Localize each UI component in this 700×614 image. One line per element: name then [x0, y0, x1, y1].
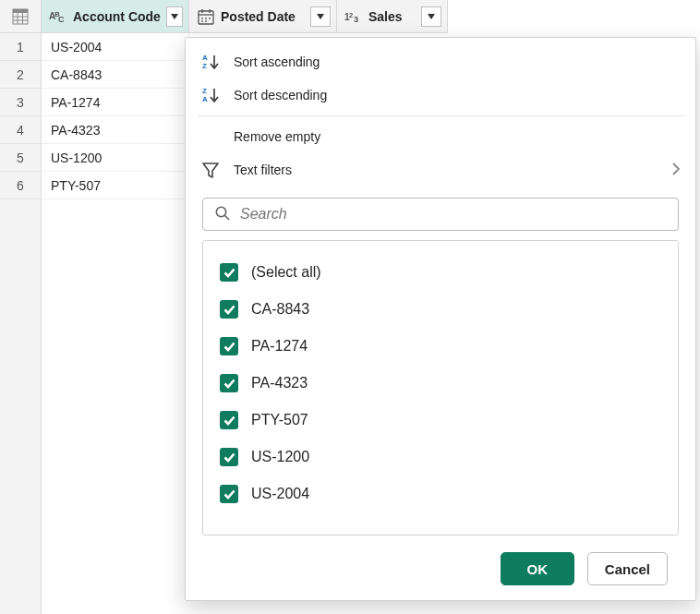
filter-value-row[interactable]: US-2004	[220, 476, 661, 512]
column-header-posted-date[interactable]: Posted Date	[189, 0, 337, 33]
svg-marker-30	[203, 163, 218, 177]
filter-value-label: CA-8843	[251, 301, 309, 318]
filter-value-row[interactable]: CA-8843	[220, 291, 661, 328]
cell-account-code[interactable]: US-1200	[42, 144, 189, 172]
checkbox[interactable]	[220, 448, 238, 466]
chevron-right-icon	[671, 162, 681, 179]
grid-header: ABC Account Code Posted Date 123 Sales	[0, 0, 700, 33]
cell-account-code[interactable]: US-2004	[42, 33, 189, 61]
filter-popover: AZ Sort ascending ZA Sort descending Rem…	[185, 37, 696, 601]
svg-text:A: A	[202, 95, 208, 103]
text-type-icon: ABC	[49, 7, 67, 26]
sort-asc-icon: AZ	[200, 53, 221, 71]
svg-point-31	[216, 207, 225, 216]
svg-text:2: 2	[349, 10, 353, 18]
sort-ascending-item[interactable]: AZ Sort ascending	[186, 45, 695, 78]
svg-point-14	[201, 18, 203, 19]
svg-text:A: A	[202, 54, 208, 62]
filter-icon	[200, 161, 221, 179]
sort-descending-item[interactable]: ZA Sort descending	[186, 78, 695, 112]
row-number[interactable]: 1	[0, 33, 42, 61]
filter-dropdown-button[interactable]	[166, 6, 183, 27]
menu-label: Remove empty	[234, 129, 320, 144]
row-number[interactable]: 2	[0, 61, 42, 89]
number-type-icon: 123	[344, 7, 363, 26]
cell-account-code[interactable]: PTY-507	[42, 172, 189, 199]
checkbox[interactable]	[220, 485, 238, 503]
text-filters-item[interactable]: Text filters	[186, 153, 695, 187]
row-number[interactable]: 3	[0, 89, 42, 116]
svg-text:Z: Z	[202, 62, 207, 70]
svg-text:C: C	[58, 15, 65, 24]
checkbox[interactable]	[220, 300, 238, 319]
ok-button[interactable]: OK	[501, 552, 574, 585]
date-type-icon	[197, 7, 215, 26]
select-all-cell[interactable]	[0, 0, 42, 33]
row-number[interactable]: 4	[0, 116, 42, 144]
cancel-button[interactable]: Cancel	[587, 552, 668, 585]
menu-label: Sort descending	[234, 88, 327, 102]
column-header-sales[interactable]: 123 Sales	[337, 0, 448, 33]
menu-label: Sort ascending	[234, 54, 320, 69]
filter-value-row[interactable]: PA-4323	[220, 365, 661, 402]
filter-search-box[interactable]	[202, 198, 679, 231]
column-label: Posted Date	[221, 9, 296, 24]
filter-value-row[interactable]: (Select all)	[220, 254, 661, 291]
filter-value-row[interactable]: PTY-507	[220, 402, 661, 439]
filter-dropdown-button[interactable]	[421, 6, 441, 27]
svg-text:3: 3	[354, 14, 358, 23]
svg-point-18	[205, 20, 207, 22]
sort-desc-icon: ZA	[200, 86, 221, 104]
cell-account-code[interactable]: PA-4323	[42, 116, 189, 144]
filter-value-row[interactable]: PA-1274	[220, 328, 661, 365]
svg-rect-1	[13, 9, 28, 13]
column-label: Account Code	[73, 9, 161, 24]
checkbox[interactable]	[220, 263, 238, 282]
search-icon	[214, 205, 231, 224]
svg-point-15	[205, 18, 207, 19]
cell-account-code[interactable]: CA-8843	[42, 61, 189, 89]
filter-value-label: (Select all)	[251, 264, 321, 281]
filter-value-label: PA-1274	[251, 338, 308, 355]
column-header-account-code[interactable]: ABC Account Code	[42, 0, 189, 33]
cell-account-code[interactable]: PA-1274	[42, 89, 189, 116]
filter-value-label: US-2004	[251, 486, 309, 502]
row-number[interactable]: 6	[0, 172, 42, 199]
filter-value-label: PA-4323	[251, 375, 308, 391]
filter-dropdown-button[interactable]	[310, 6, 331, 27]
checkbox[interactable]	[220, 337, 238, 355]
column-label: Sales	[368, 9, 403, 24]
svg-point-16	[209, 18, 211, 19]
menu-label: Text filters	[234, 163, 292, 177]
checkbox[interactable]	[220, 411, 238, 429]
svg-point-17	[201, 20, 203, 22]
filter-value-label: PTY-507	[251, 412, 308, 428]
checkbox[interactable]	[220, 374, 238, 392]
svg-marker-23	[428, 14, 435, 19]
filter-search-input[interactable]	[240, 206, 667, 223]
svg-line-32	[225, 215, 230, 220]
svg-marker-9	[171, 14, 178, 19]
svg-marker-19	[317, 14, 324, 19]
filter-value-label: US-1200	[251, 449, 309, 465]
row-number[interactable]: 5	[0, 144, 42, 172]
remove-empty-item[interactable]: Remove empty	[186, 120, 695, 153]
svg-text:Z: Z	[202, 87, 207, 95]
menu-separator	[197, 115, 684, 116]
filter-value-row[interactable]: US-1200	[220, 439, 661, 476]
filter-values-list: (Select all)CA-8843PA-1274PA-4323PTY-507…	[202, 240, 679, 536]
